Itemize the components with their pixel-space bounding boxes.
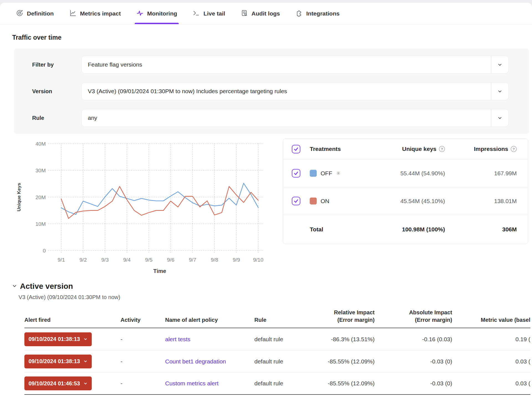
active-version-subtitle: V3 (Active) (09/10/2024 01:30PM to now) [19, 294, 532, 300]
alert-row: 09/10/2024 01:38:13 - Count bet1 degrada… [24, 350, 530, 373]
svg-text:9/4: 9/4 [123, 257, 131, 263]
alert-fired-badge[interactable]: 09/10/2024 01:46:53 [24, 376, 92, 390]
impressions-column-header: Impressions ? [445, 146, 528, 152]
tab-integrations[interactable]: Integrations [295, 3, 339, 24]
integrations-icon [295, 9, 303, 18]
svg-text:30M: 30M [35, 168, 46, 173]
col-relative-impact: Relative Impact (Error margin) [301, 309, 375, 324]
svg-text:Time: Time [153, 268, 166, 274]
col-metric-value: Metric value (basel [452, 316, 530, 324]
tab-label: Integrations [306, 10, 339, 17]
active-tab-underline [135, 23, 179, 24]
svg-text:9/6: 9/6 [167, 257, 174, 263]
on-unique-keys: 45.54M (45.10%) [365, 198, 445, 204]
filter-row-filter-by: Filter by Feature flag versions [14, 56, 509, 74]
svg-text:Unique Keys: Unique Keys [16, 183, 22, 211]
alert-fired-badge[interactable]: 09/10/2024 01:38:13 [24, 332, 92, 346]
alert-rule: default rule [254, 380, 301, 387]
svg-text:9/2: 9/2 [80, 257, 87, 263]
active-version-section: Active version V3 (Active) (09/10/2024 0… [0, 282, 532, 300]
total-unique-keys: 100.98M (100%) [365, 226, 445, 233]
svg-text:9/3: 9/3 [101, 257, 109, 263]
alert-relative-impact: -85.55% (12.09%) [301, 380, 375, 387]
main-card: Definition Metrics impact Monitoring Liv… [0, 3, 532, 397]
help-icon[interactable]: ? [439, 146, 445, 152]
off-checkbox[interactable] [292, 169, 300, 178]
off-color-swatch [310, 170, 317, 177]
alerts-table-header: Alert fired Activity Name of alert polic… [24, 309, 530, 328]
alert-policy-link[interactable]: Custom metrics alert [165, 380, 219, 386]
col-alert-fired: Alert fired [24, 316, 121, 324]
tab-label: Audit logs [252, 10, 280, 17]
chevron-down-icon [83, 359, 88, 363]
tab-definition[interactable]: Definition [16, 3, 54, 24]
treatment-row-on: ON 45.54M (45.10%) 138.01M [283, 187, 528, 215]
svg-text:9/9: 9/9 [233, 257, 240, 263]
traffic-line-chart: 010M20M30M40M9/19/29/39/49/59/69/79/89/9… [12, 138, 270, 277]
alert-rule: default rule [254, 336, 301, 343]
alert-metric-value: 0.03 ( [452, 358, 530, 365]
help-icon[interactable]: ? [511, 146, 517, 152]
col-rule: Rule [254, 316, 301, 324]
treatment-name: OFF [321, 170, 332, 177]
unique-keys-column-header: Unique keys ? [365, 146, 445, 152]
alert-row: 09/10/2024 01:46:53 - Custom metrics ale… [24, 373, 530, 395]
off-impressions: 167.99M [445, 170, 528, 177]
rule-value: any [82, 115, 97, 121]
svg-text:20M: 20M [35, 194, 46, 200]
chevron-down-icon [12, 284, 17, 289]
treatments-total-row: Total 100.98M (100%) 306M [283, 215, 528, 244]
rule-select[interactable]: any [81, 109, 509, 127]
on-checkbox[interactable] [292, 197, 300, 205]
version-label: Version [14, 88, 81, 95]
on-impressions: 138.01M [445, 198, 528, 204]
total-impressions: 306M [445, 226, 528, 233]
tab-label: Monitoring [147, 10, 177, 17]
active-version-toggle[interactable]: Active version [12, 282, 532, 291]
filter-by-select[interactable]: Feature flag versions [81, 56, 509, 74]
version-select[interactable]: V3 (Active) (09/01/2024 01:30PM to now) … [81, 82, 509, 100]
alert-fired-badge[interactable]: 09/10/2024 01:38:13 [24, 355, 92, 368]
treatment-name: ON [321, 198, 329, 204]
page-title: Traffic over time [12, 34, 532, 41]
chevron-down-icon[interactable] [491, 62, 508, 68]
live-tail-icon [193, 9, 200, 18]
filter-by-value: Feature flag versions [82, 61, 142, 68]
rule-label: Rule [14, 115, 81, 121]
svg-text:10M: 10M [35, 221, 46, 227]
svg-text:40M: 40M [35, 141, 46, 147]
traffic-visualization: 010M20M30M40M9/19/29/39/49/59/69/79/89/9… [0, 134, 532, 277]
tab-metrics-impact[interactable]: Metrics impact [69, 3, 121, 24]
tab-live-tail[interactable]: Live tail [193, 3, 225, 24]
chevron-down-icon[interactable] [491, 115, 508, 121]
alert-relative-impact: -86.3% (13.51%) [301, 336, 375, 343]
chevron-down-icon [83, 337, 88, 341]
treatments-column-header: Treatments [310, 146, 365, 152]
version-value: V3 (Active) (09/01/2024 01:30PM to now) … [82, 88, 287, 95]
off-unique-keys: 55.44M (54.90%) [365, 170, 445, 177]
col-policy: Name of alert policy [165, 316, 254, 324]
treatments-card: Treatments Unique keys ? Impressions ? O… [283, 138, 528, 244]
svg-text:0: 0 [43, 248, 46, 254]
alert-policy-link[interactable]: Count bet1 degradation [165, 358, 226, 365]
alert-activity: - [121, 358, 165, 365]
svg-text:9/1: 9/1 [58, 257, 65, 263]
alert-policy-link[interactable]: alert tests [165, 336, 190, 342]
svg-text:9/8: 9/8 [211, 257, 218, 263]
alert-absolute-impact: -0.03 (0) [375, 358, 452, 365]
tab-label: Metrics impact [80, 10, 121, 17]
chevron-down-icon[interactable] [491, 88, 508, 94]
metrics-impact-icon [69, 9, 76, 18]
filter-panel: Filter by Feature flag versions Version … [14, 49, 529, 134]
tab-monitoring[interactable]: Monitoring [136, 3, 177, 24]
col-activity: Activity [121, 316, 165, 324]
select-all-checkbox[interactable] [292, 145, 300, 153]
alert-activity: - [121, 380, 165, 387]
tab-audit-logs[interactable]: Audit logs [241, 3, 280, 24]
default-treatment-icon: ✳ [336, 170, 341, 176]
on-color-swatch [310, 198, 317, 204]
tab-bar: Definition Metrics impact Monitoring Liv… [0, 3, 532, 24]
col-absolute-impact: Absolute Impact (Error margin) [375, 309, 452, 324]
alerts-table: Alert fired Activity Name of alert polic… [24, 309, 530, 395]
alert-metric-value: 0.03 ( [452, 380, 530, 387]
